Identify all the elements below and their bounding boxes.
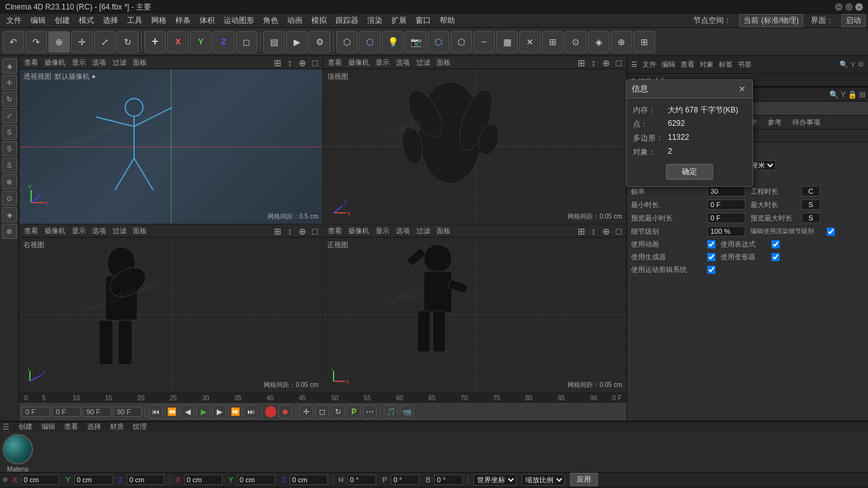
vp-bl-icon2[interactable]: ↕	[286, 226, 294, 236]
goto-start-button[interactable]: ⏮	[149, 405, 163, 419]
vp-bl-icon1[interactable]: ⊞	[272, 226, 283, 236]
vp-br-icon1[interactable]: ⊞	[576, 226, 587, 236]
proj-tab-todo[interactable]: 待办事项	[787, 116, 826, 129]
vp-bl-filter[interactable]: 过滤	[111, 226, 128, 236]
sky-button[interactable]: ⬡	[428, 31, 449, 53]
material-button[interactable]: ⬡	[451, 31, 472, 53]
rp-filter-icon[interactable]: Y	[851, 61, 855, 69]
menu-edit[interactable]: 编辑	[27, 14, 50, 27]
null-button[interactable]: ✕	[519, 31, 541, 53]
size-z-input[interactable]	[290, 475, 328, 485]
menu-window[interactable]: 窗口	[412, 14, 435, 27]
render-button[interactable]: ▶	[286, 31, 308, 53]
menu-simulate[interactable]: 模拟	[308, 14, 330, 27]
sidebar-scale-icon[interactable]: ⤢	[2, 108, 17, 123]
menu-volume[interactable]: 体积	[196, 14, 219, 27]
vp-tr-icon4[interactable]: □	[614, 58, 623, 68]
prop-anim-check[interactable]	[707, 240, 715, 248]
rp-expand-icon[interactable]: ⊞	[859, 90, 865, 99]
timeline-audio-button[interactable]: 🎵	[384, 405, 398, 419]
vp-tl-icon3[interactable]: ⊕	[297, 58, 308, 68]
object-mode-button[interactable]: ◻	[236, 31, 257, 53]
vp-br-camera[interactable]: 摄像机	[346, 226, 371, 236]
grid-button[interactable]: ⊞	[542, 31, 564, 53]
viewport-front[interactable]: 查看 摄像机 显示 选项 过滤 面板 ⊞ ↕ ⊕ □	[323, 224, 627, 393]
close-button[interactable]: ×	[855, 3, 863, 11]
prop-renderlod-check[interactable]	[827, 227, 835, 236]
start-frame-input[interactable]	[22, 407, 50, 417]
light-button[interactable]: 💡	[382, 31, 403, 53]
prop-previewmin-input[interactable]	[707, 213, 745, 223]
h-input[interactable]	[348, 475, 376, 485]
menu-file[interactable]: 文件	[3, 14, 25, 27]
apply-button[interactable]: 应用	[570, 473, 598, 486]
mat-view-label[interactable]: 查看	[62, 422, 81, 431]
rp-search-icon2[interactable]: 🔍	[829, 90, 839, 99]
material-ball[interactable]	[3, 434, 33, 464]
vp-br-display[interactable]: 显示	[374, 226, 391, 236]
vp-br-view[interactable]: 查看	[326, 226, 344, 236]
timeline-button[interactable]: ⊞	[634, 31, 655, 53]
prop-gen-check[interactable]	[707, 253, 715, 261]
timeline-p-button[interactable]: P	[347, 405, 361, 419]
minimize-button[interactable]: ─	[835, 3, 843, 11]
floor-button[interactable]: ▦	[496, 31, 518, 53]
vp-bl-display[interactable]: 显示	[70, 226, 88, 236]
record-button[interactable]	[265, 406, 276, 417]
vp-tr-icon1[interactable]: ⊞	[576, 58, 587, 68]
next-frame-button[interactable]: ⏩	[228, 405, 242, 419]
prop-mintime-input[interactable]	[707, 200, 745, 210]
sidebar-move-icon[interactable]: ✛	[2, 75, 17, 90]
viewport-perspective[interactable]: 查看 摄像机 显示 选项 过滤 面板 ⊞ ↕ ⊕ □	[19, 56, 323, 224]
material-item[interactable]: Materia	[3, 434, 33, 473]
sidebar-tool-6[interactable]: S	[2, 141, 17, 156]
vp-tr-options[interactable]: 选项	[394, 58, 412, 67]
axis-y-button[interactable]: Y	[190, 31, 212, 53]
vp-tr-icon3[interactable]: ⊕	[600, 58, 612, 68]
sidebar-tool-5[interactable]: S	[2, 125, 17, 140]
vp-bl-icon4[interactable]: □	[311, 226, 320, 236]
vp-tl-view[interactable]: 查看	[22, 58, 40, 67]
vp-tr-filter[interactable]: 过滤	[414, 58, 432, 67]
menu-mesh[interactable]: 网格	[147, 14, 170, 27]
autokey-button[interactable]: ⏺	[278, 405, 292, 419]
deform-button[interactable]: ⬡	[359, 31, 381, 53]
fx-button[interactable]: ◈	[588, 31, 609, 53]
prop-lod-input[interactable]	[707, 226, 745, 236]
brush-button[interactable]: ⊙	[565, 31, 587, 53]
b-input[interactable]	[434, 475, 463, 485]
prop-motionclip-check[interactable]	[707, 266, 715, 274]
vp-bl-camera[interactable]: 摄像机	[43, 226, 67, 236]
scale-button[interactable]: ⤢	[94, 31, 116, 53]
pos-x-input[interactable]	[21, 475, 59, 485]
mat-select-label[interactable]: 选择	[85, 422, 104, 431]
prop-fps-input[interactable]	[707, 186, 745, 196]
rp-settings-icon[interactable]: ⚙	[858, 60, 864, 69]
prev-frame-button[interactable]: ⏪	[165, 405, 179, 419]
menu-create[interactable]: 创建	[51, 14, 74, 27]
vp-bl-icon3[interactable]: ⊕	[297, 226, 308, 236]
vp-br-icon2[interactable]: ↕	[590, 226, 598, 236]
goto-end-button[interactable]: ⏭	[244, 405, 258, 419]
vp-br-icon3[interactable]: ⊕	[600, 226, 612, 236]
prop-deform-check[interactable]	[771, 253, 780, 261]
live-select-button[interactable]: ⊕	[48, 31, 70, 53]
vp-tl-icon4[interactable]: □	[311, 58, 320, 68]
rp-lock-icon[interactable]: 🔒	[848, 90, 857, 99]
menu-tracker[interactable]: 跟踪器	[332, 14, 362, 27]
prop-expr-check[interactable]	[771, 240, 780, 248]
cube-button[interactable]: ⬡	[336, 31, 358, 53]
timeline-dots-button[interactable]: ⋯	[363, 405, 377, 419]
menu-select[interactable]: 选择	[99, 14, 122, 27]
mat-edit-label[interactable]: 编辑	[39, 422, 58, 431]
menu-render[interactable]: 渲染	[363, 14, 386, 27]
vp-tr-view[interactable]: 查看	[326, 58, 344, 67]
info-confirm-button[interactable]: 确定	[666, 164, 713, 180]
pos-y-input[interactable]	[74, 475, 112, 485]
rp-filter-icon2[interactable]: Y	[841, 90, 846, 99]
vp-tl-camera[interactable]: 摄像机	[43, 58, 67, 67]
vp-tr-panel[interactable]: 面板	[435, 58, 452, 67]
pos-z-input[interactable]	[126, 475, 165, 485]
current-frame-input[interactable]	[52, 407, 81, 417]
coord-system-select[interactable]: 世界坐标	[473, 474, 517, 485]
